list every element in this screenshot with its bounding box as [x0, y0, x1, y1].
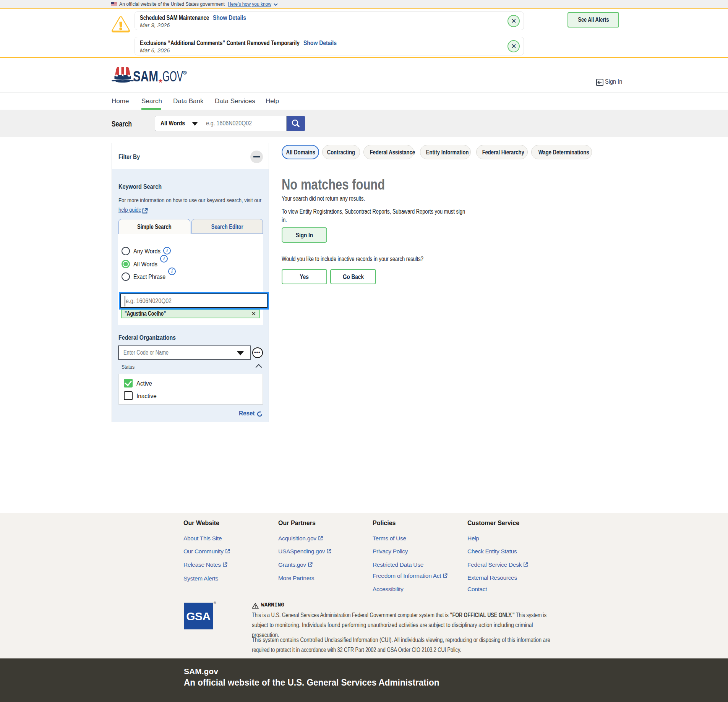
svg-text:GOV: GOV	[162, 68, 183, 84]
svg-text:SAM: SAM	[133, 68, 158, 84]
svg-text:R: R	[184, 71, 186, 75]
